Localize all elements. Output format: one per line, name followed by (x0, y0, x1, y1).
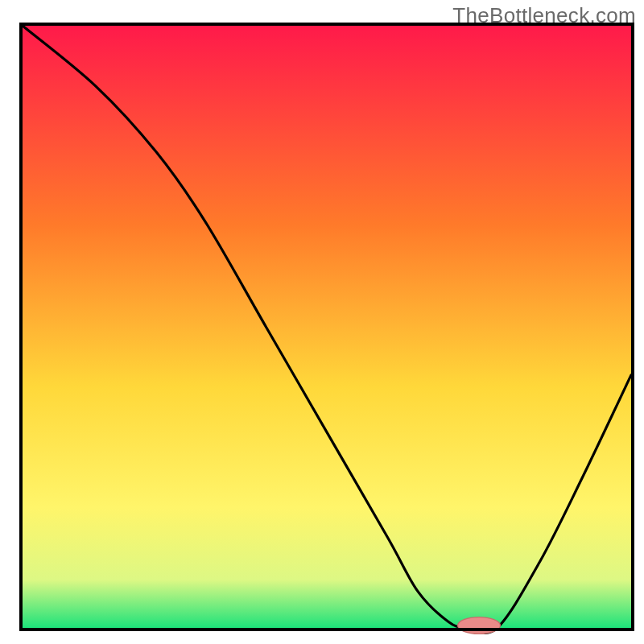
plot-background (23, 26, 631, 628)
chart-container: TheBottleneck.com (0, 0, 644, 644)
watermark-text: TheBottleneck.com (452, 3, 636, 28)
optimum-marker (458, 617, 501, 634)
bottleneck-plot (0, 0, 644, 644)
plot-area (21, 24, 633, 634)
